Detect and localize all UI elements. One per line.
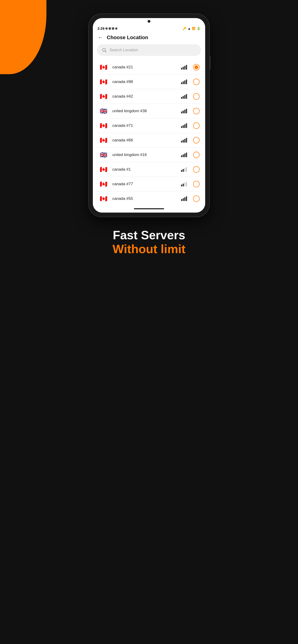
- server-name: united kingdom #16: [112, 152, 177, 157]
- signal-strength: [181, 138, 187, 142]
- status-dot-2: [109, 27, 111, 30]
- side-button: [209, 56, 210, 70]
- server-name: canada #55: [112, 196, 177, 201]
- server-list-item[interactable]: 🇨🇦canada #21: [97, 60, 201, 75]
- signal-strength: [181, 94, 187, 99]
- server-name: canada #42: [112, 94, 177, 99]
- country-flag: 🇨🇦: [98, 93, 109, 100]
- search-bar[interactable]: Search Location: [97, 44, 201, 56]
- battery-icon: 🔋: [197, 27, 200, 30]
- signal-strength: [181, 80, 187, 84]
- server-list-item[interactable]: 🇨🇦canada #77: [97, 177, 201, 192]
- bottom-indicator: [93, 206, 205, 212]
- country-flag: 🇨🇦: [98, 137, 109, 144]
- server-list-item[interactable]: 🇨🇦canada #71: [97, 118, 201, 133]
- status-dot-1: [105, 27, 108, 30]
- server-radio-button[interactable]: [193, 108, 200, 114]
- server-name: canada #77: [112, 182, 177, 186]
- signal-strength: [181, 152, 187, 157]
- signal-strength: [181, 109, 187, 113]
- status-bar-left: 2:29: [98, 26, 117, 30]
- camera-dot: [148, 20, 150, 23]
- country-flag: 🇬🇧: [98, 152, 109, 158]
- signal-strength: [181, 123, 187, 128]
- page-title: Choose Location: [107, 34, 148, 40]
- server-list-item[interactable]: 🇨🇦canada #66: [97, 133, 201, 148]
- country-flag: 🇨🇦: [98, 78, 109, 85]
- country-flag: 🇨🇦: [98, 166, 109, 173]
- signal-strength: [181, 65, 187, 70]
- server-radio-button[interactable]: [193, 137, 200, 144]
- phone-screen: 2:29 🔑 ▲ 📶 🔋 ← Choose Location: [93, 18, 205, 212]
- server-radio-button[interactable]: [193, 64, 200, 70]
- home-bar: [134, 208, 164, 209]
- server-list-item[interactable]: 🇬🇧united kingdom #16: [97, 148, 201, 162]
- search-container: Search Location: [93, 44, 205, 60]
- server-list-item[interactable]: 🇨🇦canada #42: [97, 89, 201, 104]
- status-time: 2:29: [98, 26, 104, 30]
- server-radio-button[interactable]: [193, 196, 200, 202]
- status-bar: 2:29 🔑 ▲ 📶 🔋: [93, 24, 205, 31]
- marketing-line1: Fast Servers: [113, 228, 185, 242]
- server-name: united kingdom #38: [112, 109, 177, 113]
- server-radio-button[interactable]: [193, 93, 200, 100]
- status-bar-right: 🔑 ▲ 📶 🔋: [183, 27, 200, 30]
- svg-line-1: [105, 51, 106, 52]
- server-radio-button[interactable]: [193, 166, 200, 173]
- signal-strength: [181, 167, 187, 172]
- server-list-item[interactable]: 🇬🇧united kingdom #38: [97, 104, 201, 118]
- app-header: ← Choose Location: [93, 31, 205, 44]
- server-list-item[interactable]: 🇨🇦canada #1: [97, 162, 201, 177]
- server-name: canada #1: [112, 167, 177, 172]
- country-flag: 🇨🇦: [98, 122, 109, 129]
- country-flag: 🇨🇦: [98, 180, 109, 188]
- server-radio-button[interactable]: [193, 122, 200, 129]
- server-name: canada #71: [112, 123, 177, 128]
- signal-strength: [181, 196, 187, 201]
- wifi-icon: ▲: [187, 27, 191, 30]
- server-radio-button[interactable]: [193, 152, 200, 158]
- search-placeholder: Search Location: [110, 48, 138, 52]
- server-list-item[interactable]: 🇨🇦canada #98: [97, 75, 201, 89]
- server-name: canada #98: [112, 80, 177, 84]
- status-dot-4: [115, 27, 117, 30]
- orange-blob: [0, 0, 47, 74]
- signal-strength: [181, 182, 187, 186]
- signal-icon: 📶: [192, 27, 195, 30]
- country-flag: 🇨🇦: [98, 64, 109, 71]
- country-flag: 🇬🇧: [98, 108, 109, 114]
- server-radio-button[interactable]: [193, 78, 200, 85]
- back-button[interactable]: ←: [98, 34, 103, 40]
- server-name: canada #21: [112, 65, 177, 70]
- search-icon: [102, 48, 107, 52]
- camera-notch: [93, 18, 205, 23]
- marketing-section: Fast Servers Without limit: [113, 228, 185, 270]
- country-flag: 🇨🇦: [98, 195, 109, 202]
- server-name: canada #66: [112, 138, 177, 142]
- server-list-item[interactable]: 🇨🇦canada #55: [97, 192, 201, 206]
- server-radio-button[interactable]: [193, 181, 200, 187]
- phone-frame: 2:29 🔑 ▲ 📶 🔋 ← Choose Location: [89, 14, 209, 217]
- key-icon: 🔑: [183, 27, 186, 30]
- server-list: 🇨🇦canada #21🇨🇦canada #98🇨🇦canada #42🇬🇧un…: [93, 60, 205, 206]
- status-dot-3: [112, 27, 114, 30]
- marketing-line2: Without limit: [113, 242, 185, 256]
